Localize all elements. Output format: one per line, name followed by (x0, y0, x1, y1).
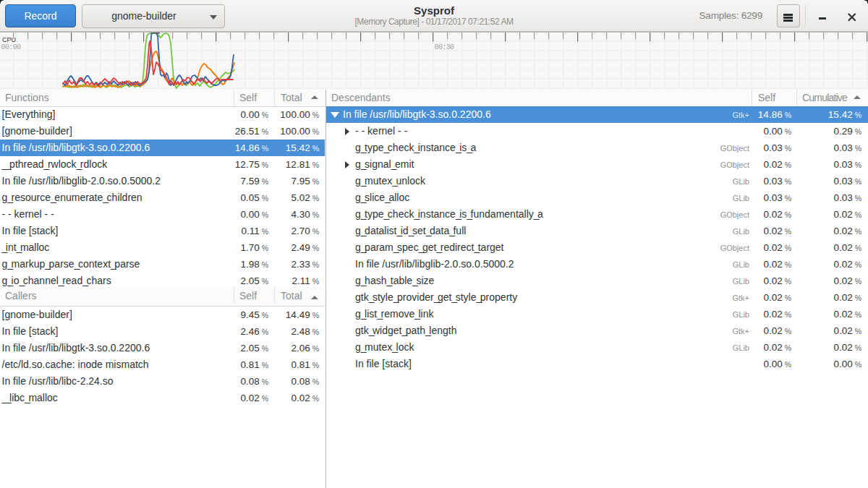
svg-text:00:00: 00:00 (1, 43, 22, 51)
svg-text:00:30: 00:30 (435, 43, 455, 51)
svg-text:CPU: CPU (2, 36, 16, 43)
